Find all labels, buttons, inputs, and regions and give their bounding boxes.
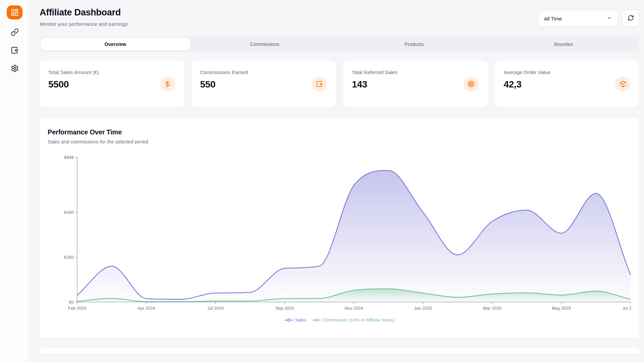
stat-value: 550 xyxy=(200,79,248,90)
refresh-icon xyxy=(628,15,634,22)
refresh-button[interactable] xyxy=(622,10,639,27)
svg-text:Feb 2024: Feb 2024 xyxy=(68,306,87,311)
app-logo[interactable] xyxy=(7,5,22,19)
settings-icon xyxy=(11,64,19,72)
svg-text:€646: €646 xyxy=(64,155,74,160)
svg-text:Jul 2025: Jul 2025 xyxy=(622,306,631,311)
legend-item[interactable]: Sales xyxy=(284,317,306,322)
stat-label: Commissions Earned xyxy=(200,69,248,75)
svg-text:€200: €200 xyxy=(64,255,74,260)
tab-commissions[interactable]: Commissions xyxy=(190,38,340,51)
stat-cards: Total Sales Amount (€) 5500 Commissions … xyxy=(40,61,639,107)
next-section-card-partial xyxy=(40,348,639,353)
tab-bar: Overview Commissions Products Bounties xyxy=(40,37,639,52)
tab-bounties[interactable]: Bounties xyxy=(489,38,639,51)
stat-card-referred-sales: Total Referred Sales 143 xyxy=(343,61,488,107)
svg-text:€0: €0 xyxy=(69,300,74,305)
time-range-select[interactable]: All Time xyxy=(538,10,618,27)
dollar-icon xyxy=(160,76,175,92)
wallet-icon xyxy=(11,46,19,54)
target-icon xyxy=(464,76,479,92)
svg-text:Mar 2025: Mar 2025 xyxy=(483,306,501,311)
stat-value: 143 xyxy=(352,79,397,90)
link-icon xyxy=(11,28,19,36)
sidebar-item-settings[interactable] xyxy=(11,64,19,72)
svg-text:May 2025: May 2025 xyxy=(552,306,571,311)
sidebar-item-links[interactable] xyxy=(11,28,19,36)
svg-text:€400: €400 xyxy=(64,210,74,215)
performance-area-chart[interactable]: €0€200€400€646Feb 2024Apr 2024Jul 2024Se… xyxy=(48,152,631,313)
svg-text:Nov 2024: Nov 2024 xyxy=(344,306,363,311)
sidebar xyxy=(0,0,30,362)
wallet-icon xyxy=(312,76,327,92)
tab-products[interactable]: Products xyxy=(339,38,489,51)
sidebar-item-wallet[interactable] xyxy=(11,46,19,54)
dashboard-grid-icon xyxy=(11,8,19,16)
stat-card-commissions-earned: Commissions Earned 550 xyxy=(192,61,336,107)
stat-label: Average Order Value xyxy=(504,69,551,75)
package-icon xyxy=(615,76,631,92)
stat-card-total-sales: Total Sales Amount (€) 5500 xyxy=(40,61,184,107)
svg-text:Jan 2025: Jan 2025 xyxy=(414,306,432,311)
performance-chart-card: Performance Over Time Sales and commissi… xyxy=(40,118,639,338)
chart-title: Performance Over Time xyxy=(48,128,631,136)
legend-label: Sales xyxy=(295,317,306,322)
svg-text:Jul 2024: Jul 2024 xyxy=(207,306,224,311)
svg-text:Sep 2024: Sep 2024 xyxy=(275,306,294,311)
legend-label: Commission (10% of Affiliate Sales) xyxy=(323,317,394,322)
stat-value: 42,3 xyxy=(504,79,551,90)
legend-item[interactable]: Commission (10% of Affiliate Sales) xyxy=(312,317,394,322)
tab-overview[interactable]: Overview xyxy=(41,38,190,51)
stat-label: Total Sales Amount (€) xyxy=(48,69,99,75)
main-content: Affiliate Dashboard Monitor your perform… xyxy=(30,0,644,362)
chart-subtitle: Sales and commissions for the selected p… xyxy=(48,139,631,144)
svg-text:Apr 2024: Apr 2024 xyxy=(138,306,155,311)
stat-label: Total Referred Sales xyxy=(352,69,397,75)
page-title: Affiliate Dashboard xyxy=(40,7,128,18)
time-range-value: All Time xyxy=(544,16,562,21)
stat-value: 5500 xyxy=(48,79,99,90)
legend-line-icon xyxy=(312,318,321,322)
stat-card-average-order-value: Average Order Value 42,3 xyxy=(495,61,640,107)
chart-legend: Sales Commission (10% of Affiliate Sales… xyxy=(48,317,631,322)
legend-line-icon xyxy=(284,318,293,322)
page-subtitle: Monitor your performance and earnings xyxy=(40,21,128,27)
chevron-down-icon xyxy=(606,15,612,22)
